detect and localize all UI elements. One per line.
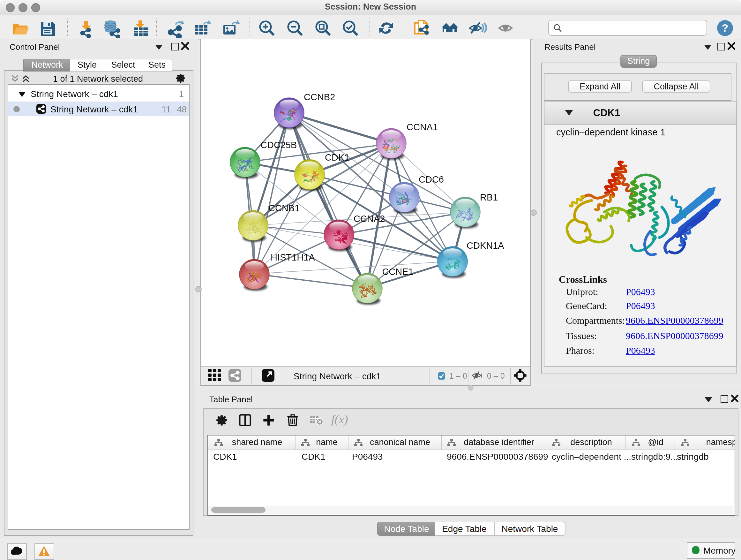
svg-text:RB1: RB1: [480, 192, 498, 202]
svg-text:CCNA2: CCNA2: [354, 213, 385, 224]
svg-text:HIST1H1A: HIST1H1A: [271, 252, 315, 262]
svg-text:CCNB1: CCNB1: [268, 203, 300, 213]
svg-text:CDC25B: CDC25B: [260, 140, 297, 150]
svg-text:CCNE1: CCNE1: [382, 266, 413, 277]
svg-text:CDKN1A: CDKN1A: [467, 240, 504, 251]
svg-text:CDK1: CDK1: [325, 152, 349, 163]
svg-text:CDC6: CDC6: [419, 174, 444, 185]
svg-text:CCNA1: CCNA1: [407, 122, 438, 132]
svg-text:CCNB2: CCNB2: [304, 92, 335, 102]
svg-text:?: ?: [722, 22, 729, 34]
